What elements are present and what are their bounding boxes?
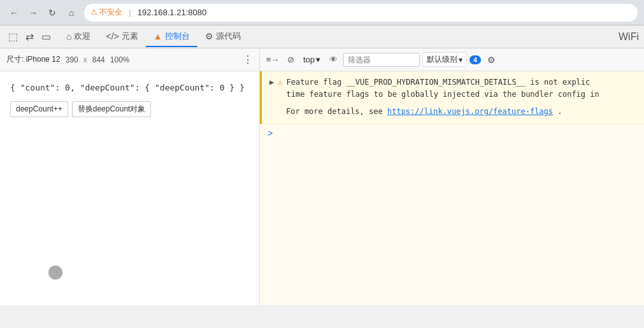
frame-selector[interactable]: top ▾ [301, 53, 323, 66]
device-height: 844 [92, 55, 105, 64]
right-panel: ≡→ ⊘ top ▾ 👁 默认级别 ▾ 4 ⚙ ▶ ⚠ Featu [260, 48, 644, 305]
device-zoom: 100% [110, 55, 130, 64]
url-text: 192.168.1.21:8080 [138, 8, 206, 17]
console-icon: ▲ [154, 31, 162, 41]
frame-dropdown-icon: ▾ [316, 55, 320, 64]
console-prompt[interactable]: > [260, 124, 644, 142]
nav-buttons: ← → ↻ ⌂ [6, 5, 79, 20]
filter-input[interactable] [343, 53, 420, 67]
device-toggle-button[interactable]: ⇄ [22, 29, 37, 45]
expand-icon[interactable]: ▶ [269, 76, 274, 89]
phone-content: { "count": 0, "deepCount": { "deepCount"… [0, 71, 259, 127]
device-more-button[interactable]: ⋮ [243, 53, 253, 66]
home-button[interactable]: ⌂ [64, 5, 79, 20]
console-content: ▶ ⚠ Feature flag __VUE_PROD_HYDRATION_MI… [260, 71, 644, 305]
reload-button[interactable]: ↻ [45, 5, 60, 20]
tab-sources[interactable]: ⚙ 源代码 [197, 27, 248, 47]
clear-console-button[interactable]: ⊘ [283, 52, 298, 68]
browser-chrome: ← → ↻ ⌂ ⚠ 不安全 | 192.168.1.21:8080 [0, 0, 644, 25]
settings-button[interactable]: ⚙ [483, 52, 499, 68]
address-bar[interactable]: ⚠ 不安全 | 192.168.1.21:8080 [84, 4, 638, 22]
warning-line4: For more details, see [286, 107, 387, 116]
level-selector[interactable]: 默认级别 ▾ [422, 52, 467, 67]
warning-link[interactable]: https://link.vuejs.org/feature-flags [387, 107, 553, 116]
tab-console[interactable]: ▲ 控制台 [146, 27, 197, 47]
phone-panel: 尺寸: iPhone 12 390 x 844 100% ⋮ { "count"… [0, 48, 260, 305]
tab-welcome-label: 欢迎 [74, 31, 90, 42]
tab-elements-label: 元素 [122, 31, 138, 42]
tab-welcome[interactable]: ⌂ 欢迎 [59, 27, 98, 47]
warning-triangle: ⚠ [278, 76, 282, 89]
elements-icon: </> [106, 31, 118, 41]
warning-message: ▶ ⚠ Feature flag __VUE_PROD_HYDRATION_MI… [260, 71, 644, 124]
warning-text: Feature flag __VUE_PROD_HYDRATION_MISMAT… [286, 76, 599, 101]
tab-sources-label: 源代码 [216, 31, 241, 42]
level-dropdown-icon: ▾ [459, 55, 462, 64]
back-button[interactable]: ← [6, 5, 22, 20]
x-label: x [83, 55, 87, 64]
json-display: { "count": 0, "deepCount": { "deepCount"… [10, 82, 249, 95]
tab-console-label: 控制台 [165, 31, 190, 42]
inspect-element-button[interactable]: ⬚ [5, 29, 20, 45]
frame-top-label: top [303, 55, 315, 64]
sidebar-toggle-button[interactable]: ≡→ [265, 52, 280, 68]
tabs-right: WiFi [619, 31, 639, 43]
separator: | [129, 8, 131, 17]
tab-elements[interactable]: </> 元素 [98, 27, 145, 47]
security-warning: ⚠ 不安全 [90, 7, 122, 18]
layout-button[interactable]: ▭ [38, 29, 54, 45]
scroll-indicator [48, 266, 62, 280]
wifi-icon: WiFi [619, 31, 639, 43]
device-toolbar: 尺寸: iPhone 12 390 x 844 100% ⋮ [0, 48, 259, 71]
devtools-tabs: ⬚ ⇄ ▭ ⌂ 欢迎 </> 元素 ▲ 控制台 ⚙ 源代码 WiFi [0, 25, 644, 48]
button-row: deepCount++ 替换deepCount对象 [10, 101, 249, 117]
replace-deepcount-button[interactable]: 替换deepCount对象 [72, 101, 152, 117]
home-icon: ⌂ [66, 31, 71, 41]
device-name: 尺寸: iPhone 12 [6, 54, 61, 65]
device-width: 390 [66, 55, 78, 64]
eye-button[interactable]: 👁 [326, 52, 341, 68]
level-label: 默认级别 [427, 54, 457, 65]
error-badge: 4 [469, 55, 481, 64]
prompt-icon: > [268, 128, 273, 138]
warning-link-suffix: . [557, 107, 562, 116]
console-toolbar: ≡→ ⊘ top ▾ 👁 默认级别 ▾ 4 ⚙ [260, 48, 644, 71]
deepcount-increment-button[interactable]: deepCount++ [10, 101, 68, 117]
content-area: 尺寸: iPhone 12 390 x 844 100% ⋮ { "count"… [0, 48, 644, 305]
warning-detail: For more details, see https://link.vuejs… [269, 106, 639, 118]
sources-icon: ⚙ [205, 31, 213, 41]
forward-button[interactable]: → [25, 5, 41, 20]
